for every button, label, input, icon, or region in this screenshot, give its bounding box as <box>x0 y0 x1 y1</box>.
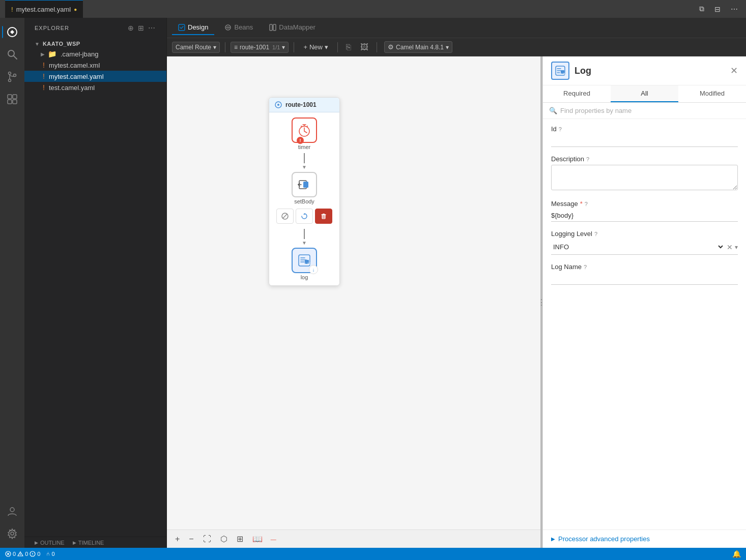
props-search-input[interactable] <box>560 107 740 114</box>
field-id-help[interactable]: ? <box>559 126 562 132</box>
svg-point-20 <box>307 126 308 127</box>
field-logging-level-select[interactable]: INFO DEBUG WARN ERROR TRACE <box>551 241 725 253</box>
tab-design[interactable]: Design <box>172 20 214 35</box>
field-logging-level-help[interactable]: ? <box>594 231 597 237</box>
activity-icon-search[interactable] <box>2 44 22 65</box>
plus-icon: + <box>303 43 307 51</box>
status-bell[interactable]: 🔔 <box>732 550 741 558</box>
new-arrow: ▾ <box>325 43 328 51</box>
outline-panel-toggle[interactable]: ▶ OUTLINE <box>35 540 65 546</box>
copy-button[interactable]: ⎘ <box>343 41 354 54</box>
field-log-name-label: Log Name <box>551 263 582 271</box>
zoom-out-button[interactable]: − <box>186 533 196 546</box>
field-id-label: Id <box>551 125 557 133</box>
runtime-arrow: ▾ <box>446 44 449 51</box>
tab-modified[interactable]: Modified <box>678 85 746 102</box>
canvas-toolbar: Camel Route ▾ ≡ route-1001 1/1 ▾ + New ▾… <box>167 38 746 56</box>
book-button[interactable]: 📖 <box>249 532 266 546</box>
field-message-help[interactable]: ? <box>585 201 588 207</box>
svg-rect-9 <box>13 100 17 104</box>
field-log-name-help[interactable]: ? <box>584 264 587 270</box>
disable-button[interactable] <box>276 209 294 224</box>
connector-1: ▼ <box>302 152 307 170</box>
node-setbody[interactable]: setBody <box>292 172 317 204</box>
activity-bar <box>0 18 24 548</box>
field-required-star: * <box>580 200 583 208</box>
status-bar: 0 0 0 ⑃ 0 🔔 <box>0 548 746 560</box>
more-sidebar-button[interactable]: ⋯ <box>147 23 156 33</box>
field-description: Description ? <box>551 155 738 192</box>
field-message: Message * ? <box>551 200 738 222</box>
route-id-arrow: ▾ <box>282 44 285 51</box>
bottom-panels-section: ▶ OUTLINE ▶ TIMELINE <box>24 537 166 548</box>
reload-button[interactable] <box>296 209 313 224</box>
tab-filename: mytest.camel.yaml <box>16 6 71 13</box>
props-title: Log <box>575 66 725 76</box>
image-button[interactable]: 🖼 <box>357 41 371 54</box>
new-route-button[interactable]: + New ▾ <box>299 41 332 53</box>
activity-icon-settings[interactable] <box>2 523 22 544</box>
sidebar-item-camel-jbang[interactable]: ▶ 📁 .camel-jbang <box>24 48 166 60</box>
node-log[interactable]: LOG ↓ log <box>292 248 317 280</box>
route-type-label: Camel Route <box>176 44 211 51</box>
timeline-panel-toggle[interactable]: ▶ TIMELINE <box>73 540 104 546</box>
editor-tab[interactable]: ! mytest.camel.yaml ● <box>5 0 83 18</box>
status-git[interactable]: ⑃ 0 <box>46 551 54 557</box>
arrange-button[interactable]: ⬡ <box>217 532 231 546</box>
canvas: route-1001 <box>167 56 542 548</box>
activity-icon-account[interactable] <box>2 501 22 521</box>
tab-datamapper[interactable]: DataMapper <box>263 20 322 35</box>
activity-icon-kaoto[interactable] <box>2 22 22 42</box>
route-type-select[interactable]: Camel Route ▾ <box>172 42 220 53</box>
tab-required[interactable]: Required <box>543 85 611 102</box>
more-actions-button[interactable]: ⋯ <box>728 4 741 14</box>
action-buttons <box>276 209 332 224</box>
layout-button[interactable]: ⊟ <box>711 4 724 14</box>
workspace-header[interactable]: ▼ KAATO_WSP <box>24 39 166 48</box>
svg-rect-7 <box>13 95 17 99</box>
resize-handle[interactable]: ⋮ <box>540 56 542 548</box>
activity-icon-extensions[interactable] <box>2 89 22 109</box>
field-logging-level: Logging Level ? INFO DEBUG WARN ERROR TR… <box>551 230 738 255</box>
activity-icon-source-control[interactable] <box>2 67 22 87</box>
field-id-input[interactable] <box>551 135 738 147</box>
svg-point-4 <box>9 79 11 82</box>
runtime-select[interactable]: ⚙ Camel Main 4.8.1 ▾ <box>384 41 452 53</box>
new-folder-button[interactable]: ⊞ <box>137 23 145 33</box>
split-editor-button[interactable]: ⧉ <box>696 4 707 14</box>
field-description-input[interactable] <box>551 165 738 190</box>
status-errors[interactable]: 0 0 0 <box>5 551 40 557</box>
logging-level-clear-button[interactable]: ✕ <box>725 243 735 251</box>
workspace-section: ▼ KAATO_WSP ▶ 📁 .camel-jbang ! mytest.ca… <box>24 38 166 94</box>
field-id: Id ? <box>551 125 738 147</box>
sidebar-item-mytest-xml[interactable]: ! mytest.camel.xml <box>24 60 166 71</box>
advanced-toggle[interactable]: ▶ Processor advanced properties <box>551 535 738 543</box>
sidebar-item-mytest-yaml[interactable]: ! mytest.camel.yaml <box>24 71 166 82</box>
titlebar: ! mytest.camel.yaml ● ⧉ ⊟ ⋯ <box>0 0 746 18</box>
props-search-bar: 🔍 <box>543 103 746 119</box>
sidebar-label-test-yaml: test.camel.yaml <box>49 84 95 92</box>
tab-beans[interactable]: Beans <box>218 20 259 35</box>
svg-line-24 <box>283 214 287 218</box>
field-message-input[interactable] <box>551 210 738 222</box>
delete-button[interactable] <box>315 209 332 224</box>
canvas-bottom-toolbar: + − ⛶ ⬡ ⊞ 📖 — <box>167 529 542 548</box>
svg-rect-22 <box>303 182 308 188</box>
sidebar-item-test-yaml[interactable]: ! test.camel.yaml <box>24 82 166 93</box>
new-label: New <box>309 43 323 51</box>
props-tabs: Required All Modified <box>543 85 746 103</box>
field-log-name-input[interactable] <box>551 273 738 285</box>
node-timer[interactable]: ! timer <box>292 117 317 150</box>
new-file-button[interactable]: ⊕ <box>127 23 135 33</box>
route-id-select[interactable]: ≡ route-1001 1/1 ▾ <box>231 42 289 53</box>
route-header[interactable]: route-1001 <box>269 98 339 112</box>
sidebar-header: EXPLORER ⊕ ⊞ ⋯ <box>24 18 166 38</box>
fit-button[interactable]: ⛶ <box>200 533 214 546</box>
props-close-button[interactable]: ✕ <box>730 65 738 76</box>
field-description-help[interactable]: ? <box>586 156 589 162</box>
workspace-label: KAATO_WSP <box>43 41 80 47</box>
tab-all[interactable]: All <box>611 85 678 102</box>
log-label: log <box>301 274 308 280</box>
zoom-in-button[interactable]: + <box>172 533 183 546</box>
layout-button[interactable]: ⊞ <box>234 532 246 546</box>
